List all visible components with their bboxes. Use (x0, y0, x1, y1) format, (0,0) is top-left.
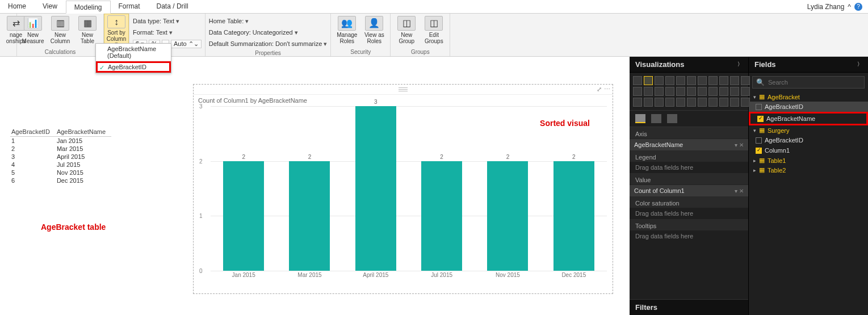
value-field[interactable]: Count of Column1▾ ✕ (630, 184, 748, 196)
new-group-button[interactable]: ◫New Group (394, 15, 419, 45)
fields-header[interactable]: Fields 〉 (749, 57, 868, 73)
field-column1[interactable]: Column1 (749, 145, 868, 156)
viz-type-icon[interactable] (676, 76, 685, 85)
search-input[interactable] (768, 79, 861, 86)
default-summarization-dropdown[interactable]: Default Summarization: Don't summarize ▾ (209, 39, 328, 49)
bar[interactable]: 2 (221, 154, 266, 271)
field-agebracketid[interactable]: AgeBracketID (749, 135, 868, 145)
viz-type-icon[interactable] (633, 98, 642, 107)
checkbox[interactable] (757, 116, 764, 122)
visualizations-header[interactable]: Visualizations 〉 (630, 57, 748, 73)
viz-type-icon[interactable] (633, 76, 642, 85)
data-category-dropdown[interactable]: Data Category: Uncategorized ▾ (209, 27, 328, 37)
table-row[interactable]: 5Nov 2015 (10, 169, 111, 177)
field-table-table1[interactable]: ▸ ▦ Table1 (749, 156, 868, 165)
user-area[interactable]: Lydia Zhang ^ ? (802, 0, 868, 13)
tab-home[interactable]: Home (0, 0, 35, 13)
viz-type-icon[interactable] (644, 98, 653, 107)
legend-well[interactable]: Drag data fields here (630, 162, 748, 173)
viz-type-icon[interactable] (655, 98, 664, 107)
edit-groups-button[interactable]: ◫Edit Groups (421, 15, 446, 45)
new-measure-button[interactable]: 📊New Measure (20, 15, 45, 45)
bar-value-label: 2 (506, 154, 510, 160)
viz-type-icon[interactable] (708, 98, 718, 107)
viz-type-icon[interactable] (687, 76, 696, 85)
x-tick: Mar 2015 (287, 272, 332, 282)
home-table-dropdown[interactable]: Home Table: ▾ (209, 16, 328, 26)
data-type-dropdown[interactable]: Data type: Text▾ (133, 16, 202, 26)
drag-grip-icon[interactable] (399, 87, 408, 92)
viz-type-icon[interactable] (633, 87, 642, 96)
more-options-icon[interactable]: ⋯ (604, 86, 610, 93)
report-canvas[interactable]: AgeBracketID AgeBracketName 1Jan 20152Ma… (0, 57, 630, 315)
viz-type-icon[interactable] (687, 87, 696, 96)
sort-option-default[interactable]: AgeBracketName (Default) (96, 44, 171, 61)
checkbox[interactable] (756, 137, 762, 144)
manage-roles-button[interactable]: 👥Manage Roles (334, 15, 359, 45)
bar[interactable]: 2 (419, 154, 464, 271)
tab-view[interactable]: View (35, 0, 66, 13)
bar[interactable]: 3 (353, 99, 399, 271)
axis-field[interactable]: AgeBracketName▾ ✕ (630, 138, 748, 150)
table-row[interactable]: 6Dec 2015 (10, 177, 111, 184)
field-table-table2[interactable]: ▸ ▦ Table2 (749, 165, 868, 175)
table-row[interactable]: 2Mar 2015 (10, 145, 111, 153)
bar[interactable]: 2 (551, 154, 597, 271)
viz-type-icon[interactable] (719, 87, 728, 96)
checkbox[interactable] (756, 104, 762, 110)
bar-chart-visual[interactable]: ⤢ ⋯ Count of Column1 by AgeBracketName 0… (193, 84, 613, 294)
view-as-roles-button[interactable]: 👤View as Roles (362, 15, 387, 45)
new-column-button[interactable]: ▥New Column (48, 15, 73, 45)
bar[interactable]: 2 (485, 154, 530, 271)
viz-type-icon[interactable] (644, 87, 653, 96)
table-row[interactable]: 3April 2015 (10, 153, 111, 161)
viz-type-icon[interactable] (698, 87, 707, 96)
help-icon[interactable]: ? (854, 3, 862, 11)
visualizations-panel: Visualizations 〉 Axis AgeBracketName▾ ✕ … (630, 57, 749, 315)
viz-type-icon[interactable] (655, 87, 664, 96)
viz-type-icon[interactable] (687, 98, 696, 107)
table-row[interactable]: 4Jul 2015 (10, 161, 111, 169)
viz-type-icon[interactable] (708, 76, 718, 85)
viz-type-icon[interactable] (730, 87, 739, 96)
field-table-agebracket[interactable]: ▾ ▦ AgeBracket (749, 92, 868, 102)
bar[interactable]: 2 (287, 154, 332, 271)
tooltips-well[interactable]: Drag data fields here (630, 230, 748, 242)
viz-type-icon[interactable] (698, 98, 707, 107)
viz-type-icon[interactable] (730, 76, 739, 85)
viz-type-icon[interactable] (719, 76, 728, 85)
field-agebracketid[interactable]: AgeBracketID (749, 102, 868, 112)
agebracket-table-visual[interactable]: AgeBracketID AgeBracketName 1Jan 20152Ma… (10, 127, 111, 184)
checkbox[interactable] (756, 148, 762, 154)
viz-type-icon[interactable] (676, 98, 685, 107)
auto-decimals[interactable]: Auto ⌃⌄ (171, 40, 202, 48)
tab-data-drill[interactable]: Data / Drill (149, 0, 197, 13)
filters-header[interactable]: Filters (630, 299, 748, 315)
viz-type-icon[interactable] (698, 76, 707, 85)
tab-modeling[interactable]: Modeling (66, 1, 111, 14)
focus-mode-icon[interactable]: ⤢ (597, 86, 602, 93)
table-annotation: AgeBracket table (41, 222, 106, 232)
sort-option-agebracketid[interactable]: ✓ AgeBracketID (96, 61, 171, 73)
format-well-tab[interactable] (651, 114, 661, 123)
table-row[interactable]: 1Jan 2015 (10, 137, 111, 145)
chart-header[interactable]: ⤢ ⋯ (194, 85, 613, 95)
viz-type-icon[interactable] (719, 98, 728, 107)
viz-type-icon[interactable] (665, 87, 674, 96)
viz-type-icon[interactable] (665, 98, 674, 107)
viz-type-icon[interactable] (676, 87, 685, 96)
viz-type-icon[interactable] (665, 76, 674, 85)
fields-search[interactable]: 🔍 (752, 76, 865, 89)
viz-type-icon[interactable] (655, 76, 664, 85)
viz-type-icon[interactable] (644, 76, 653, 85)
viz-type-icon[interactable] (730, 98, 739, 107)
viz-type-icon[interactable] (708, 87, 718, 96)
colorsat-well[interactable]: Drag data fields here (630, 208, 748, 219)
format-dropdown[interactable]: Format: Text▾ (133, 27, 202, 37)
field-agebracketname[interactable]: AgeBracketName (749, 112, 868, 125)
fields-well-tab[interactable] (635, 114, 645, 123)
analytics-well-tab[interactable] (667, 114, 677, 123)
field-table-surgery[interactable]: ▾ ▦ Surgery (749, 125, 868, 135)
new-table-button[interactable]: ▦New Table (75, 15, 100, 45)
tab-format[interactable]: Format (111, 0, 149, 13)
